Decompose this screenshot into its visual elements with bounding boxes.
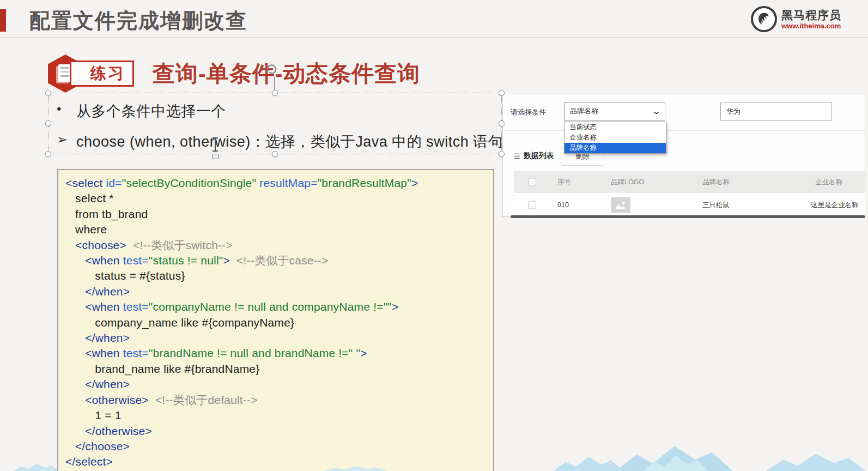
col-品牌LOGO: 品牌LOGO xyxy=(611,177,644,186)
row-no: 010 xyxy=(557,201,569,209)
selection-handle-mid-right[interactable] xyxy=(499,120,505,126)
browser-panel: 请选择条件 品牌名称 ⌄ 当前状态 企业名称 品牌名称 ☰ 数据列表 删除 序号… xyxy=(502,94,865,217)
col-序号: 序号 xyxy=(557,177,571,186)
wave-decoration xyxy=(14,464,60,471)
bullet-line-2: ➢ choose (when, otherwise)：选择，类似于Java 中的… xyxy=(57,132,503,152)
title-accent-bar xyxy=(0,9,6,32)
selection-handle-top-left[interactable] xyxy=(45,90,51,96)
table-row: 010 三只松鼠 这里是企业名称 xyxy=(514,193,865,217)
col-品牌名称: 品牌名称 xyxy=(702,177,730,186)
table-header: 序号 品牌LOGO 品牌名称 企业名称 xyxy=(514,171,865,193)
selection-handle-bottom-right[interactable] xyxy=(499,151,505,157)
slide-title: 配置文件完成增删改查 xyxy=(29,7,247,35)
exercise-badge-label: 练习 xyxy=(90,63,125,84)
panel-divider xyxy=(503,130,865,131)
wave-decoration xyxy=(766,454,866,471)
rotate-handle-icon[interactable] xyxy=(265,63,278,78)
rotate-handle-stem xyxy=(274,77,275,91)
dropdown-option-brand[interactable]: 品牌名称 xyxy=(564,143,666,153)
section-heading: 查询-单条件-动态条件查询 xyxy=(153,59,420,89)
selection-handle-top-mid[interactable] xyxy=(272,90,278,96)
row-brand: 三只松鼠 xyxy=(702,201,730,210)
condition-select[interactable]: 品牌名称 ⌄ xyxy=(564,102,665,120)
row-checkbox[interactable] xyxy=(528,201,536,209)
selection-handle-top-right[interactable] xyxy=(499,90,505,96)
search-input[interactable] xyxy=(720,102,832,121)
selection-handle-mid-left[interactable] xyxy=(45,120,51,126)
condition-label: 请选择条件 xyxy=(511,107,546,117)
wave-decoration xyxy=(643,456,708,471)
wave-decoration xyxy=(553,457,624,471)
dropdown-option-status[interactable]: 当前状态 xyxy=(564,122,666,132)
code-content: <select id="selectByConditionSingle" res… xyxy=(65,176,493,470)
condition-dropdown-list: 当前状态 企业名称 品牌名称 xyxy=(564,122,666,154)
bullet-dot: • xyxy=(57,101,76,117)
selection-handle-bottom-left[interactable] xyxy=(45,151,51,157)
horse-logo-icon xyxy=(751,6,777,32)
panel-bottom-border xyxy=(511,215,865,218)
itheima-logo: 黑马程序员 www.itheima.com xyxy=(751,3,866,35)
selection-handle-bottom-mid[interactable] xyxy=(272,151,278,157)
data-list-title: 数据列表 xyxy=(524,151,554,161)
bullet-line-1: • 从多个条件中选择一个 xyxy=(57,101,226,121)
list-icon: ☰ xyxy=(514,152,520,160)
logo-name: 黑马程序员 xyxy=(781,9,841,21)
condition-select-value: 品牌名称 xyxy=(570,106,598,116)
col-企业名称: 企业名称 xyxy=(815,177,842,186)
title-divider xyxy=(0,37,868,38)
chevron-down-icon: ⌄ xyxy=(652,107,660,116)
row-company: 这里是企业名称 xyxy=(811,201,859,210)
brand-logo-placeholder-icon xyxy=(611,197,630,213)
logo-url: www.itheima.com xyxy=(781,22,841,29)
dropdown-option-company[interactable]: 企业名称 xyxy=(564,132,666,143)
bullet-arrow: ➢ xyxy=(57,132,76,147)
select-all-checkbox[interactable] xyxy=(528,178,536,186)
code-block: <select id="selectByConditionSingle" res… xyxy=(57,169,494,471)
exercise-badge: 练习 xyxy=(70,61,134,87)
